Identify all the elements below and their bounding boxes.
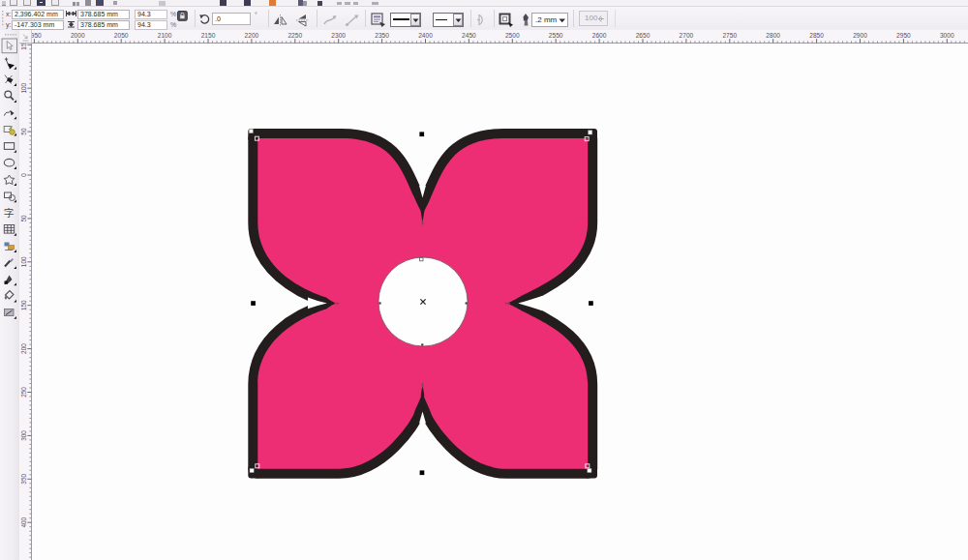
svg-text:2650: 2650 <box>636 32 650 39</box>
svg-text:2050: 2050 <box>114 32 129 39</box>
svg-text:2200: 2200 <box>245 32 259 39</box>
svg-text:2350: 2350 <box>375 32 389 39</box>
svg-text:2950: 2950 <box>896 32 911 39</box>
svg-text:2600: 2600 <box>592 32 607 39</box>
svg-text:2150: 2150 <box>201 32 216 39</box>
svg-text:250: 250 <box>20 387 27 398</box>
svg-text:2300: 2300 <box>331 32 346 39</box>
svg-text:0: 0 <box>20 173 27 177</box>
svg-text:1950: 1950 <box>32 32 42 39</box>
svg-text:2500: 2500 <box>505 32 520 39</box>
svg-text:200: 200 <box>20 343 27 354</box>
svg-text:字: 字 <box>4 207 15 219</box>
svg-text:2250: 2250 <box>287 32 302 39</box>
svg-text:2800: 2800 <box>766 32 780 39</box>
svg-text:150: 150 <box>20 300 27 310</box>
svg-text:2750: 2750 <box>722 32 737 39</box>
svg-text:50: 50 <box>20 128 27 135</box>
svg-text:300: 300 <box>20 430 27 441</box>
svg-text:2850: 2850 <box>809 32 824 39</box>
svg-text:100: 100 <box>20 256 27 267</box>
svg-text:350: 350 <box>20 474 27 485</box>
svg-text:2900: 2900 <box>853 32 867 39</box>
svg-text:100: 100 <box>20 82 27 93</box>
svg-text:150: 150 <box>20 44 27 50</box>
svg-text:2550: 2550 <box>549 32 563 39</box>
svg-text:2100: 2100 <box>158 32 172 39</box>
svg-text:2400: 2400 <box>418 32 433 39</box>
svg-text:3000: 3000 <box>940 32 954 39</box>
svg-text:2700: 2700 <box>680 32 694 39</box>
svg-text:50: 50 <box>20 215 27 222</box>
svg-text:2450: 2450 <box>462 32 476 39</box>
svg-text:400: 400 <box>20 516 27 527</box>
svg-text:2000: 2000 <box>71 32 85 39</box>
